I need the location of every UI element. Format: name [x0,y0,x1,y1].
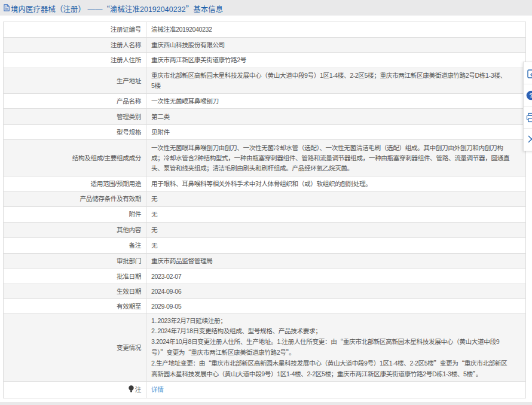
svg-text:?: ? [529,92,532,99]
